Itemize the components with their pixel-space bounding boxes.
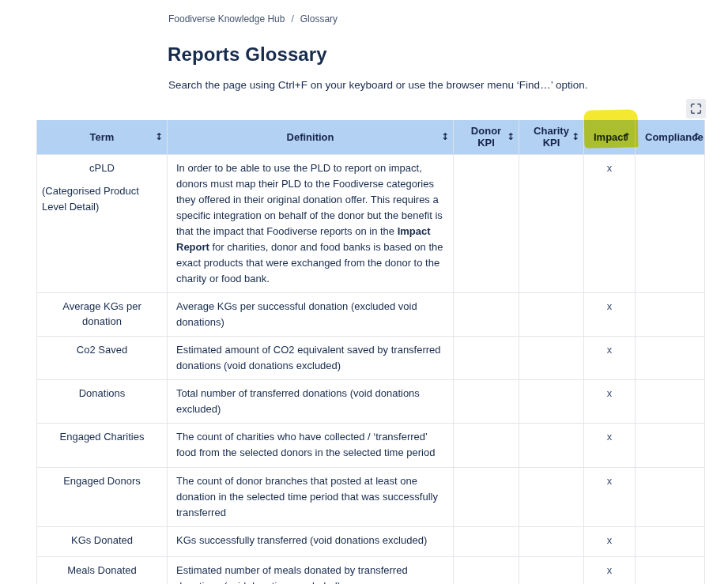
term-cell: Engaged Donors	[37, 467, 168, 526]
impact-cell: x	[584, 556, 636, 584]
definition-cell: In order to be able to use the PLD to re…	[168, 154, 454, 292]
column-header-impact[interactable]: Impact ↑	[584, 120, 636, 154]
term-cell: Average KGs per donation	[37, 292, 168, 336]
compliance-cell	[636, 292, 705, 336]
compliance-cell	[636, 526, 705, 556]
table-row-cpld: cPLD (Categorised Product Level Detail) …	[37, 154, 705, 292]
impact-cell: x	[584, 423, 636, 467]
compliance-cell	[636, 379, 705, 423]
definition-cell: KGs successfully transferred (void donat…	[168, 526, 454, 556]
impact-cell: x	[584, 292, 636, 336]
donor-kpi-cell	[454, 336, 519, 379]
compliance-cell	[636, 423, 705, 467]
definition-cell: Total number of transferred donations (v…	[168, 379, 454, 423]
glossary-page: Foodiverse Knowledge Hub / Glossary Repo…	[0, 0, 728, 584]
definition-text: for charities, donor and food banks is b…	[176, 241, 443, 284]
table-row-meals-donated: Meals Donated Estimated number of meals …	[37, 556, 705, 584]
compliance-cell	[636, 336, 705, 379]
compliance-cell	[636, 467, 705, 526]
column-label: Charity KPI	[534, 125, 569, 149]
table-row-kgs-donated: KGs Donated KGs successfully transferred…	[37, 526, 705, 556]
table-row-average-kgs: Average KGs per donation Average KGs per…	[37, 292, 705, 336]
donor-kpi-cell	[454, 292, 519, 336]
sort-both-icon[interactable]: ↕	[692, 131, 700, 142]
glossary-table: Term ↕ Definition ↕ Donor KPI ↕ Charity …	[36, 120, 705, 584]
term-cell: Donations	[37, 379, 168, 423]
page-title: Reports Glossary	[168, 43, 327, 66]
donor-kpi-cell	[454, 423, 519, 467]
charity-kpi-cell	[519, 379, 584, 423]
column-header-definition[interactable]: Definition ↕	[168, 120, 454, 154]
column-header-term[interactable]: Term ↕	[37, 120, 168, 154]
table-row-engaged-charities: Engaged Charities The count of charities…	[37, 423, 705, 467]
compliance-cell	[636, 154, 705, 292]
fullscreen-expand-icon	[690, 103, 702, 115]
impact-cell: x	[584, 336, 636, 379]
column-label: Term	[90, 131, 115, 143]
charity-kpi-cell	[519, 556, 584, 584]
term-cell: KGs Donated	[37, 526, 168, 556]
sort-both-icon[interactable]: ↕	[571, 131, 579, 142]
donor-kpi-cell	[454, 526, 519, 556]
term-cell: Meals Donated	[37, 556, 168, 584]
sort-both-icon[interactable]: ↕	[507, 131, 515, 142]
sort-both-icon[interactable]: ↕	[155, 131, 163, 142]
definition-cell: The count of donor branches that posted …	[168, 467, 454, 526]
term-sub: (Categorised Product Level Detail)	[42, 183, 162, 214]
impact-cell: x	[584, 154, 636, 292]
column-header-charity-kpi[interactable]: Charity KPI ↕	[519, 120, 584, 154]
breadcrumb-separator: /	[291, 13, 293, 24]
compliance-cell	[636, 556, 705, 584]
fullscreen-button[interactable]	[686, 99, 706, 119]
charity-kpi-cell	[519, 467, 584, 526]
term-cell: Co2 Saved	[37, 336, 168, 379]
donor-kpi-cell	[454, 154, 519, 292]
page-subtitle: Search the page using Ctrl+F on your key…	[168, 79, 587, 91]
impact-cell: x	[584, 526, 636, 556]
definition-cell: Estimated amount of CO2 equivalent saved…	[168, 336, 454, 379]
charity-kpi-cell	[519, 423, 584, 467]
term-cell: Engaged Charities	[37, 423, 168, 467]
table-header-row: Term ↕ Definition ↕ Donor KPI ↕ Charity …	[37, 120, 705, 154]
sort-both-icon[interactable]: ↕	[441, 131, 449, 142]
definition-cell: Estimated number of meals donated by tra…	[168, 556, 454, 584]
definition-cell: The count of charities who have collecte…	[168, 423, 454, 467]
donor-kpi-cell	[454, 467, 519, 526]
column-label: Definition	[287, 131, 334, 143]
impact-cell: x	[584, 467, 636, 526]
charity-kpi-cell	[519, 154, 584, 292]
table-row-co2-saved: Co2 Saved Estimated amount of CO2 equiva…	[37, 336, 705, 379]
table-row-engaged-donors: Engaged Donors The count of donor branch…	[37, 467, 705, 526]
impact-cell: x	[584, 379, 636, 423]
breadcrumb: Foodiverse Knowledge Hub / Glossary	[168, 13, 338, 24]
charity-kpi-cell	[519, 292, 584, 336]
charity-kpi-cell	[519, 526, 584, 556]
term-cell: cPLD (Categorised Product Level Detail)	[37, 154, 168, 292]
column-header-donor-kpi[interactable]: Donor KPI ↕	[454, 120, 519, 154]
column-label: Donor KPI	[471, 125, 501, 149]
breadcrumb-link-knowledge-hub[interactable]: Foodiverse Knowledge Hub	[168, 13, 285, 24]
column-label: Impact	[594, 131, 627, 143]
charity-kpi-cell	[519, 336, 584, 379]
column-header-compliance[interactable]: Compliance ↕	[636, 120, 705, 154]
donor-kpi-cell	[454, 556, 519, 584]
definition-cell: Average KGs per successful donation (exc…	[168, 292, 454, 336]
sort-ascending-icon[interactable]: ↑	[623, 131, 631, 142]
breadcrumb-link-glossary[interactable]: Glossary	[300, 13, 338, 24]
table-row-donations: Donations Total number of transferred do…	[37, 379, 705, 423]
donor-kpi-cell	[454, 379, 519, 423]
term-main: cPLD	[42, 160, 162, 176]
